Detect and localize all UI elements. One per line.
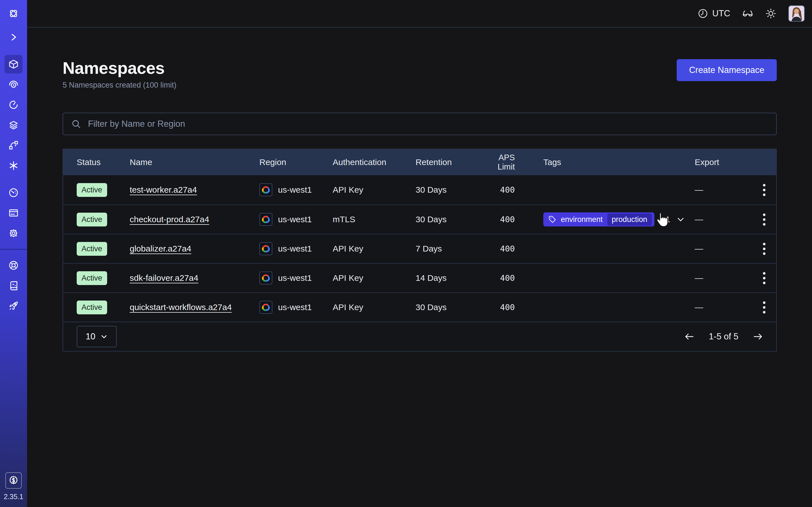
google-cloud-icon [259,183,272,196]
authentication-cell: mTLS [333,215,416,224]
col-name: Name [130,158,259,167]
next-page-button[interactable] [752,331,764,342]
sidebar-item-docs[interactable] [0,276,27,296]
timer-icon [8,100,18,110]
row-actions-kebab-icon[interactable] [760,298,768,316]
pagination-bar: 10 1-5 of 5 [63,322,776,351]
topbar: UTC [27,0,812,27]
timezone-label: UTC [712,8,730,18]
sidebar-item-namespaces[interactable] [0,54,27,74]
region-cell: us-west1 [259,301,333,314]
col-status: Status [77,158,130,167]
authentication-cell: API Key [333,244,416,253]
google-cloud-icon [259,242,272,255]
page-size-select[interactable]: 10 [77,326,117,347]
chevron-down-icon [100,333,108,340]
billing-card-icon [8,208,18,218]
retention-cell: 30 Days [416,302,480,312]
status-cell: Active [77,213,130,226]
filter-search-box[interactable] [63,113,777,135]
row-actions-kebab-icon[interactable] [760,240,768,258]
sidebar-item-schedules[interactable] [0,95,27,115]
sidebar-item-quickstart[interactable] [0,296,27,316]
page-range-label: 1-5 of 5 [709,332,739,342]
tag-icon [548,216,556,223]
page-subtitle: 5 Namespaces created (100 limit) [63,81,176,90]
namespaces-table: Status Name Region Authentication Retent… [63,149,777,351]
sidebar-item-batch-operations[interactable] [0,156,27,176]
tag-pill[interactable]: environment production [543,212,654,226]
region-label: us-west1 [278,302,312,312]
row-actions-kebab-icon[interactable] [760,181,768,199]
namespace-link[interactable]: test-worker.a27a4 [130,185,197,194]
status-badge: Active [77,300,107,314]
retention-cell: 14 Days [416,273,480,283]
authentication-cell: API Key [333,273,416,283]
create-namespace-button[interactable]: Create Namespace [677,59,777,81]
table-row: Active quickstart-workflows.a27a4 us-wes… [63,292,776,322]
sidebar-item-usage[interactable] [0,182,27,203]
tag-more-count: +1 [661,215,670,224]
theme-sun-icon[interactable] [765,8,776,19]
export-cell: — [695,244,752,253]
table-body: Active test-worker.a27a4 us-west1 API Ke… [63,175,776,322]
lifebuoy-icon [8,260,18,270]
google-cloud-icon [259,272,272,284]
page-title: Namespaces [63,59,176,77]
timezone-selector[interactable]: UTC [698,8,730,19]
status-cell: Active [77,300,130,314]
namespace-link[interactable]: globalizer.a27a4 [130,244,192,253]
status-cell: Active [77,271,130,285]
aps-limit-cell: 400 [480,185,515,194]
sidebar-item-settings[interactable] [0,223,27,243]
region-cell: us-west1 [259,183,333,196]
status-badge: Active [77,213,107,226]
retention-cell: 30 Days [416,185,480,194]
row-actions-kebab-icon[interactable] [760,269,768,287]
status-badge: Active [77,242,107,256]
region-cell: us-west1 [259,272,333,284]
book-sparkle-icon [8,281,18,291]
sidebar-item-support[interactable] [0,255,27,276]
asterisk-icon [8,161,18,171]
main-content: Namespaces 5 Namespaces created (100 lim… [27,27,812,507]
region-label: us-west1 [278,273,312,283]
export-cell: — [695,302,752,312]
google-cloud-icon [259,213,272,226]
retention-cell: 30 Days [416,215,480,224]
name-cell: checkout-prod.a27a4 [130,215,259,224]
filter-input[interactable] [87,119,768,129]
col-region: Region [259,158,333,167]
table-row: Active globalizer.a27a4 us-west1 API Key… [63,234,776,263]
export-cell: — [695,215,752,224]
glasses-icon[interactable] [742,8,753,19]
temporal-logo-icon[interactable] [0,0,27,27]
prev-page-button[interactable] [683,331,695,342]
sidebar-item-workflows[interactable] [0,74,27,95]
search-icon [71,119,81,129]
sidebar-item-nexus[interactable] [0,135,27,156]
name-cell: test-worker.a27a4 [130,185,259,194]
status-badge: Active [77,271,107,285]
sidebar-item-billing[interactable] [0,203,27,223]
namespace-link[interactable]: quickstart-workflows.a27a4 [130,302,232,312]
swirl-icon [8,79,18,90]
region-cell: us-west1 [259,242,333,255]
table-row: Active test-worker.a27a4 us-west1 API Ke… [63,175,776,205]
region-label: us-west1 [278,215,312,224]
expand-sidebar-chevron-icon[interactable] [0,27,27,47]
arrow-right-icon [752,331,764,342]
table-header: Status Name Region Authentication Retent… [63,149,776,175]
row-actions-kebab-icon[interactable] [760,211,768,228]
sidebar-item-deployments[interactable] [0,115,27,135]
namespace-link[interactable]: checkout-prod.a27a4 [130,215,209,224]
namespace-link[interactable]: sdk-failover.a27a4 [130,273,199,283]
user-avatar[interactable] [788,5,805,22]
credits-badge-icon[interactable] [5,472,22,489]
gauge-icon [8,187,18,198]
tag-expand-chevron-icon[interactable] [676,215,685,224]
table-row: Active checkout-prod.a27a4 us-west1 mTLS… [63,205,776,234]
aps-limit-cell: 400 [480,244,515,253]
branch-icon [8,140,18,151]
retention-cell: 7 Days [416,244,480,253]
